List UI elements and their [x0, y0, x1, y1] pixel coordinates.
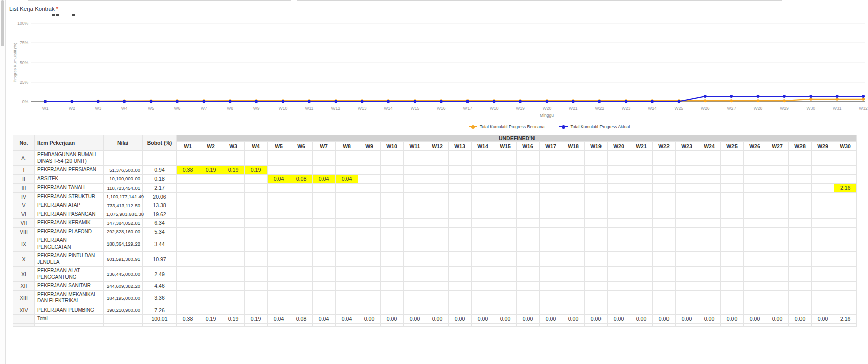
week-value-cell[interactable]	[812, 184, 834, 193]
data-point[interactable]	[730, 99, 733, 102]
week-value-cell[interactable]	[517, 151, 540, 166]
week-value-cell[interactable]	[381, 192, 404, 201]
week-value-cell[interactable]	[177, 174, 199, 184]
week-value-cell[interactable]	[222, 282, 245, 291]
week-value-cell[interactable]	[472, 282, 494, 291]
week-value-cell[interactable]	[336, 306, 358, 315]
week-value-cell[interactable]	[245, 201, 268, 210]
vertical-scrollbar-thumb[interactable]	[1, 0, 4, 46]
week-value-cell[interactable]	[358, 201, 381, 210]
data-point[interactable]	[730, 95, 733, 98]
week-value-cell[interactable]	[630, 192, 653, 201]
week-value-cell[interactable]	[404, 166, 426, 175]
week-value-cell[interactable]	[789, 151, 812, 166]
week-value-cell[interactable]	[630, 184, 653, 193]
week-value-cell[interactable]	[812, 219, 834, 228]
week-value-cell[interactable]	[585, 192, 608, 201]
week-value-cell[interactable]	[744, 227, 766, 236]
week-value-cell[interactable]	[426, 201, 449, 210]
week-value-cell[interactable]	[381, 227, 404, 236]
week-value-cell[interactable]	[608, 219, 630, 228]
week-value-cell[interactable]	[177, 267, 199, 282]
week-value-cell[interactable]	[540, 219, 562, 228]
week-value-cell[interactable]	[721, 210, 744, 219]
week-value-cell[interactable]	[517, 210, 540, 219]
week-value-cell[interactable]	[540, 184, 562, 193]
week-value-cell[interactable]	[744, 219, 766, 228]
week-value-cell[interactable]	[698, 282, 721, 291]
week-value-cell[interactable]	[313, 210, 336, 219]
week-value-cell[interactable]	[653, 227, 676, 236]
week-value-cell[interactable]	[653, 192, 676, 201]
week-value-cell[interactable]	[381, 290, 404, 306]
week-value-cell[interactable]	[245, 282, 268, 291]
week-value-cell[interactable]	[222, 267, 245, 282]
data-point[interactable]	[413, 100, 416, 103]
week-value-cell[interactable]	[517, 227, 540, 236]
data-point[interactable]	[783, 95, 786, 98]
week-value-cell[interactable]	[834, 219, 857, 228]
week-value-cell[interactable]	[698, 166, 721, 175]
week-value-cell[interactable]	[834, 151, 857, 166]
week-value-cell[interactable]	[177, 236, 199, 252]
week-value-cell[interactable]	[199, 201, 222, 210]
week-value-cell[interactable]	[290, 192, 313, 201]
week-value-cell[interactable]	[744, 192, 766, 201]
week-value-cell[interactable]	[630, 219, 653, 228]
week-value-cell[interactable]	[449, 252, 472, 267]
week-value-cell[interactable]	[177, 192, 199, 201]
data-point[interactable]	[651, 100, 654, 103]
week-value-cell[interactable]	[540, 282, 562, 291]
week-value-cell[interactable]	[766, 174, 789, 184]
week-value-cell[interactable]	[698, 192, 721, 201]
week-value-cell[interactable]	[245, 210, 268, 219]
week-value-cell[interactable]	[721, 267, 744, 282]
week-value-cell[interactable]	[336, 252, 358, 267]
week-value-cell[interactable]	[540, 236, 562, 252]
week-value-cell[interactable]: 0.19	[245, 166, 268, 175]
week-value-cell[interactable]	[472, 184, 494, 193]
week-value-cell[interactable]	[540, 151, 562, 166]
week-value-cell[interactable]	[336, 201, 358, 210]
week-value-cell[interactable]	[426, 210, 449, 219]
week-value-cell[interactable]	[472, 219, 494, 228]
week-value-cell[interactable]	[449, 174, 472, 184]
week-value-cell[interactable]	[313, 192, 336, 201]
week-value-cell[interactable]	[789, 192, 812, 201]
data-point[interactable]	[836, 98, 839, 101]
week-value-cell[interactable]	[268, 151, 290, 166]
week-value-cell[interactable]	[630, 210, 653, 219]
week-value-cell[interactable]	[426, 290, 449, 306]
week-value-cell[interactable]	[721, 192, 744, 201]
week-value-cell[interactable]	[698, 174, 721, 184]
week-value-cell[interactable]	[698, 252, 721, 267]
week-value-cell[interactable]	[381, 201, 404, 210]
week-value-cell[interactable]	[834, 192, 857, 201]
week-value-cell[interactable]	[245, 151, 268, 166]
week-value-cell[interactable]	[336, 267, 358, 282]
week-value-cell[interactable]	[245, 227, 268, 236]
week-value-cell[interactable]	[585, 219, 608, 228]
week-value-cell[interactable]	[585, 166, 608, 175]
week-value-cell[interactable]	[358, 192, 381, 201]
data-point[interactable]	[70, 100, 73, 103]
week-value-cell[interactable]	[676, 192, 698, 201]
week-value-cell[interactable]	[744, 151, 766, 166]
week-value-cell[interactable]	[766, 290, 789, 306]
week-value-cell[interactable]	[381, 210, 404, 219]
week-value-cell[interactable]	[472, 267, 494, 282]
week-value-cell[interactable]	[789, 166, 812, 175]
week-value-cell[interactable]	[381, 219, 404, 228]
week-value-cell[interactable]	[608, 252, 630, 267]
week-value-cell[interactable]	[721, 290, 744, 306]
week-value-cell[interactable]	[313, 252, 336, 267]
week-value-cell[interactable]	[313, 184, 336, 193]
week-value-cell[interactable]	[268, 236, 290, 252]
week-value-cell[interactable]	[812, 236, 834, 252]
week-value-cell[interactable]	[721, 252, 744, 267]
week-value-cell[interactable]	[789, 219, 812, 228]
week-value-cell[interactable]	[268, 166, 290, 175]
week-value-cell[interactable]	[358, 306, 381, 315]
week-value-cell[interactable]	[812, 267, 834, 282]
week-value-cell[interactable]	[789, 306, 812, 315]
